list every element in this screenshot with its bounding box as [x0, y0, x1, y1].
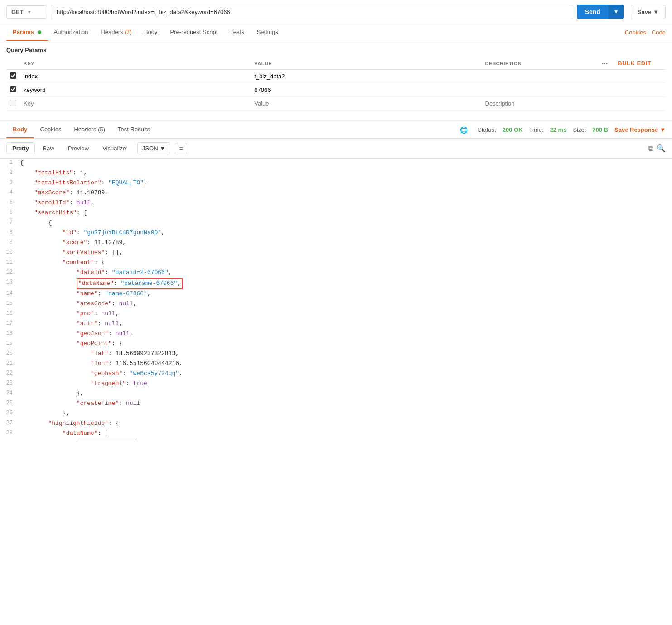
code-line-26: 26 },: [0, 409, 672, 419]
code-line-19: 19 "geoPoint": {: [0, 339, 672, 349]
code-line-9: 9 "score": 11.10789,: [0, 238, 672, 248]
code-line-8: 8 "id": "goR7joYBLC4R7gunNa9D",: [0, 228, 672, 238]
param-value-index[interactable]: [254, 73, 478, 80]
response-tab-body[interactable]: Body: [6, 121, 34, 138]
response-tab-cookies[interactable]: Cookies: [34, 121, 68, 138]
code-line-21: 21 "lon": 116.55156040444216,: [0, 359, 672, 369]
param-value-empty[interactable]: [254, 100, 478, 107]
size-value: 700 B: [592, 126, 608, 133]
format-visualize-button[interactable]: Visualize: [97, 142, 132, 154]
response-tab-headers[interactable]: Headers (5): [68, 121, 111, 138]
query-params-section: Query Params KEY VALUE DESCRIPTION ••• B…: [0, 41, 672, 111]
code-line-1: 1 {: [0, 159, 672, 168]
request-tabs-bar: Params Authorization Headers (7) Body Pr…: [0, 24, 672, 41]
param-desc-index[interactable]: [485, 73, 584, 80]
param-row-index: [6, 70, 666, 83]
code-line-16: 16 "pro": null,: [0, 309, 672, 319]
method-select[interactable]: GET ▼: [6, 5, 47, 19]
code-line-24: 24 },: [0, 389, 672, 399]
tabs-right: Cookies Code: [625, 29, 666, 36]
param-key-keyword[interactable]: [24, 87, 247, 93]
format-raw-button[interactable]: Raw: [37, 142, 60, 154]
send-button[interactable]: Send: [577, 5, 609, 19]
response-tabs-bar: Body Cookies Headers (5) Test Results 🌐 …: [0, 121, 672, 139]
url-input[interactable]: [51, 5, 573, 19]
status-label: Status:: [478, 126, 496, 133]
param-checkbox-empty: [10, 100, 16, 106]
col-actions: •••: [587, 57, 614, 70]
tab-body[interactable]: Body: [138, 24, 164, 41]
code-line-12: 12 "dataId": "dataid=2-67066",: [0, 268, 672, 278]
copy-button[interactable]: ⧉: [648, 144, 653, 153]
code-line-15: 15 "areaCode": null,: [0, 299, 672, 309]
tab-settings[interactable]: Settings: [251, 24, 285, 41]
code-line-6: 6 "searchHits": [: [0, 208, 672, 218]
params-dot: [38, 30, 41, 34]
code-line-25: 25 "createTime": null: [0, 399, 672, 409]
code-line-5: 5 "scrollId": null,: [0, 198, 672, 208]
format-type-select[interactable]: JSON ▼: [137, 142, 171, 154]
param-key-empty[interactable]: [24, 100, 247, 107]
save-chevron-icon: ▼: [653, 9, 659, 15]
status-value: 200 OK: [503, 126, 523, 133]
param-checkbox-index[interactable]: [10, 72, 16, 79]
col-key: KEY: [20, 57, 251, 70]
params-table: KEY VALUE DESCRIPTION ••• Bulk Edit: [6, 57, 666, 111]
format-right: ⧉ 🔍: [648, 144, 666, 153]
response-tab-right: 🌐 Status: 200 OK Time: 22 ms Size: 700 B…: [460, 126, 666, 134]
code-line-2: 2 "totalHits": 1,: [0, 168, 672, 178]
method-chevron-icon: ▼: [27, 10, 32, 14]
code-line-18: 18 "geoJson": null,: [0, 329, 672, 339]
param-desc-empty[interactable]: [485, 100, 584, 107]
param-desc-keyword[interactable]: [485, 87, 584, 93]
code-line-7: 7 {: [0, 218, 672, 228]
code-line-29: 29 "dataname-67066": [0, 439, 672, 439]
format-pretty-button[interactable]: Pretty: [6, 142, 35, 154]
col-value: VALUE: [251, 57, 481, 70]
headers-count: (7): [125, 29, 131, 35]
tab-params[interactable]: Params: [6, 24, 48, 41]
code-lines: 1 { 2 "totalHits": 1, 3 "totalHitsRelati…: [0, 159, 672, 439]
tab-headers[interactable]: Headers (7): [94, 24, 137, 41]
status-group: Status: 200 OK Time: 22 ms Size: 700 B: [478, 126, 608, 133]
save-button[interactable]: Save ▼: [631, 5, 666, 19]
code-link[interactable]: Code: [652, 29, 666, 36]
format-lines-button[interactable]: ≡: [175, 143, 187, 154]
param-checkbox-keyword[interactable]: [10, 86, 16, 92]
param-value-keyword[interactable]: [254, 87, 478, 93]
cookies-link[interactable]: Cookies: [625, 29, 646, 36]
code-line-27: 27 "highlightFields": {: [0, 419, 672, 429]
time-value: 22 ms: [550, 126, 567, 133]
param-key-index[interactable]: [24, 73, 247, 80]
code-line-4: 4 "maxScore": 11.10789,: [0, 188, 672, 198]
code-line-3: 3 "totalHitsRelation": "EQUAL_TO",: [0, 178, 672, 188]
format-preview-button[interactable]: Preview: [62, 142, 95, 154]
size-label: Size:: [573, 126, 586, 133]
bulk-edit-button[interactable]: Bulk Edit: [618, 60, 651, 67]
tab-tests[interactable]: Tests: [224, 24, 250, 41]
tab-pre-request[interactable]: Pre-request Script: [164, 24, 224, 41]
param-row-keyword: [6, 83, 666, 97]
send-arrow-button[interactable]: ▼: [609, 5, 624, 19]
code-area[interactable]: 1 { 2 "totalHits": 1, 3 "totalHitsRelati…: [0, 159, 672, 439]
code-line-11: 11 "content": {: [0, 258, 672, 268]
format-bar: Pretty Raw Preview Visualize JSON ▼ ≡ ⧉ …: [0, 139, 672, 159]
globe-icon: 🌐: [460, 126, 468, 134]
code-line-20: 20 "lat": 18.56609237322813,: [0, 349, 672, 359]
code-line-28: 28 "dataName": [: [0, 429, 672, 439]
time-label: Time:: [529, 126, 544, 133]
method-label: GET: [11, 9, 24, 15]
code-line-10: 10 "sortValues": [],: [0, 248, 672, 258]
response-tab-test-results[interactable]: Test Results: [111, 121, 156, 138]
tab-authorization[interactable]: Authorization: [48, 24, 95, 41]
code-line-14: 14 "name": "name-67066",: [0, 289, 672, 299]
col-checkbox: [6, 57, 20, 70]
code-line-13: 13 "dataName": "dataname-67066",: [0, 278, 672, 289]
save-response-button[interactable]: Save Response ▼: [614, 126, 666, 133]
query-params-title: Query Params: [6, 47, 666, 53]
code-line-23: 23 "fragment": true: [0, 379, 672, 389]
search-button[interactable]: 🔍: [657, 144, 666, 153]
more-options-button[interactable]: •••: [599, 61, 610, 66]
format-type-chevron-icon: ▼: [160, 145, 166, 152]
code-line-22: 22 "geohash": "we6cs5y724qq",: [0, 369, 672, 379]
